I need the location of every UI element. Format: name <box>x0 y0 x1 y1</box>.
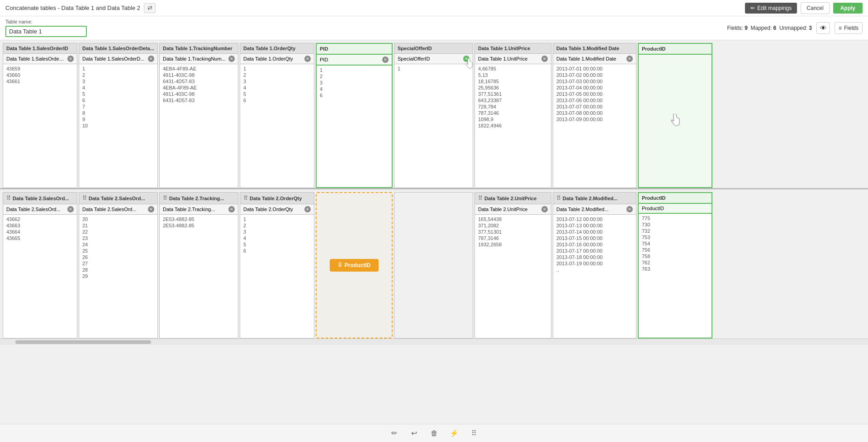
col-subheader: Data Table 1.SalesOrderD... ✕ <box>79 54 158 64</box>
swap-button[interactable]: ⇄ <box>144 3 156 13</box>
col-header: ⠿ Data Table 2.Modified... <box>553 192 636 204</box>
close-icon[interactable]: ✕ <box>382 56 389 63</box>
close-icon[interactable]: ✕ <box>67 206 74 212</box>
col-salesorderid-bottom: ⠿ Data Table 2.SalesOrd... Data Table 2.… <box>3 192 77 339</box>
col-subheader: Data Table 2.Modified... ✕ <box>553 204 636 215</box>
col-subheader: Data Table 2.OrderQty ✕ <box>240 204 314 215</box>
col-subheader: Data Table 1.UnitPrice ✕ <box>474 54 551 64</box>
app-wrapper: Concatenate tables - Data Table 1 and Da… <box>0 0 868 442</box>
table-name-label: Table name: <box>5 19 87 24</box>
top-bar-left: Concatenate tables - Data Table 1 and Da… <box>5 3 156 13</box>
pencil-icon: ✏ <box>750 5 755 11</box>
delete-toolbar-icon[interactable]: 🗑 <box>428 427 441 440</box>
col-header: Data Table 1.TrackingNumber <box>159 43 238 54</box>
col-unitprice-top: Data Table 1.UnitPrice Data Table 1.Unit… <box>474 43 551 188</box>
drag-dots-icon: ⠿ <box>478 195 483 202</box>
col-productid-empty <box>638 55 712 188</box>
drag-badge-icon: ⠿ <box>338 262 342 268</box>
grid-toolbar-icon[interactable]: ⠿ <box>468 427 480 440</box>
close-icon[interactable]: ✕ <box>228 206 235 212</box>
close-icon[interactable]: ✕ <box>541 56 548 62</box>
col-pid-header: PID <box>316 43 393 55</box>
top-bar: Concatenate tables - Data Table 1 and Da… <box>0 0 868 16</box>
col-productid-dropzone[interactable]: ⠿ ProductID <box>316 192 393 339</box>
hand-cursor-productid-icon <box>669 114 681 128</box>
col-salesorderdetail-top: Data Table 1.SalesOrderDeta... Data Tabl… <box>79 43 158 188</box>
top-columns-group: Data Table 1.SalesOrderID Data Table 1.S… <box>0 40 868 189</box>
col-header: ⠿ Data Table 2.UnitPrice <box>474 192 551 204</box>
col-productid-bottom-subheader: ProductID <box>638 204 712 214</box>
col-header: Data Table 1.OrderQty <box>240 43 314 54</box>
col-data: 4EB4-4F89-AE 4911-403C-98 6431-4D57-83 4… <box>159 64 238 188</box>
col-header: Data Table 1.SalesOrderDeta... <box>79 43 158 54</box>
col-salesorderdetail-bottom: ⠿ Data Table 2.SalesOrd... Data Table 2.… <box>79 192 158 339</box>
drag-dots-icon: ⠿ <box>163 195 167 202</box>
col-data: 2013-07-12 00:00:00 2013-07-13 00:00:00 … <box>553 215 636 339</box>
action-toolbar-icon[interactable]: ⚡ <box>448 427 460 440</box>
fields-info: Fields: 9 Mapped: 6 Unmapped: 3 👁 ≡ Fiel… <box>727 22 863 34</box>
apply-button[interactable]: Apply <box>833 3 863 14</box>
scroll-thumb[interactable] <box>15 340 151 344</box>
table-name-input[interactable] <box>5 26 87 37</box>
fields-count: Fields: 9 Mapped: 6 Unmapped: 3 <box>727 25 812 31</box>
list-icon: ≡ <box>839 25 842 31</box>
col-data: 20 21 22 23 24 25 26 27 28 29 <box>79 215 158 339</box>
col-header: Data Table 1.SalesOrderID <box>3 43 77 54</box>
close-icon[interactable]: ✕ <box>304 56 311 62</box>
page-title: Concatenate tables - Data Table 1 and Da… <box>5 5 140 11</box>
col-tracking-bottom: ⠿ Data Table 2.Tracking... Data Table 2.… <box>159 192 238 339</box>
col-productid-top: ProductID <box>638 43 712 188</box>
close-icon[interactable]: ✕ <box>541 206 548 212</box>
col-empty <box>394 192 473 339</box>
col-modifieddate-top: Data Table 1.Modified Date Data Table 1.… <box>553 43 636 188</box>
close-icon[interactable]: ✕ <box>67 56 74 62</box>
drag-dots-icon: ⠿ <box>6 195 11 202</box>
close-icon-green[interactable]: ✕ <box>463 56 470 62</box>
col-unitprice-bottom: ⠿ Data Table 2.UnitPrice Data Table 2.Un… <box>474 192 551 339</box>
col-subheader: Data Table 1.SalesOrderID ✕ <box>3 54 77 64</box>
col-subheader: Data Table 2.SalesOrd... ✕ <box>3 204 77 215</box>
col-pid-top: PID PID ✕ 1 2 3 4 6 <box>316 43 393 188</box>
drag-dots-icon: ⠿ <box>556 195 561 202</box>
col-specialofferid-bottom <box>394 192 473 339</box>
col-data: 4,66785 5,13 18,16785 25,95636 377,51361… <box>474 64 551 188</box>
col-subheader: Data Table 2.SalesOrd... ✕ <box>79 204 158 215</box>
col-orderqty-bottom: ⠿ Data Table 2.OrderQty Data Table 2.Ord… <box>240 192 314 339</box>
close-icon[interactable]: ✕ <box>228 56 235 62</box>
close-with-cursor: ✕ <box>461 56 470 62</box>
col-subheader: Data Table 2.UnitPrice ✕ <box>474 204 551 215</box>
close-icon[interactable]: ✕ <box>304 206 311 212</box>
col-header: ⠿ Data Table 2.OrderQty <box>240 192 314 204</box>
edit-toolbar-icon[interactable]: ✏ <box>388 427 401 440</box>
col-subheader: Data Table 2.Tracking... ✕ <box>159 204 238 215</box>
horizontal-scrollbar[interactable] <box>0 339 868 345</box>
col-subheader: Data Table 1.TrackingNum... ✕ <box>159 54 238 64</box>
close-icon[interactable]: ✕ <box>626 206 633 212</box>
col-header: ⠿ Data Table 2.SalesOrd... <box>79 192 158 204</box>
col-header: ⠿ Data Table 2.SalesOrd... <box>3 192 77 204</box>
col-header: ⠿ Data Table 2.Tracking... <box>159 192 238 204</box>
close-icon[interactable]: ✕ <box>626 56 633 62</box>
col-header: Data Table 1.Modified Date <box>553 43 636 54</box>
col-data: 43662 43663 43664 43665 <box>3 215 77 339</box>
bottom-columns-group: ⠿ Data Table 2.SalesOrd... Data Table 2.… <box>0 189 868 339</box>
col-salesorderid-top: Data Table 1.SalesOrderID Data Table 1.S… <box>3 43 77 188</box>
cancel-button[interactable]: Cancel <box>801 2 829 14</box>
drag-dots-icon: ⠿ <box>243 195 248 202</box>
top-bar-right: ✏ Edit mappings Cancel Apply <box>745 2 863 14</box>
col-pid-data: 1 2 3 4 6 <box>316 66 393 188</box>
col-productid-bottom-data: 775 730 732 753 754 756 758 762 763 <box>638 214 712 339</box>
undo-toolbar-icon[interactable]: ↩ <box>408 427 421 440</box>
col-data: 2013-07-01 00:00:00 2013-07-02 00:00:00 … <box>553 64 636 188</box>
col-data: 2E53-4882-85 2E53-4882-85 <box>159 215 238 339</box>
close-icon[interactable]: ✕ <box>148 56 154 62</box>
col-data: 1 2 3 4 5 6 <box>240 64 314 188</box>
col-specialofferid-subheader: SpecialOfferID ✕ <box>394 54 473 64</box>
table-name-row: Table name: Fields: 9 Mapped: 6 Unmapped… <box>0 16 868 40</box>
visibility-button[interactable]: 👁 <box>816 22 830 34</box>
close-icon[interactable]: ✕ <box>148 206 154 212</box>
drop-zone[interactable]: ⠿ ProductID <box>316 192 393 339</box>
col-data: 43659 43660 43661 <box>3 64 77 188</box>
fields-button[interactable]: ≡ Fields <box>835 22 863 34</box>
edit-mappings-button[interactable]: ✏ Edit mappings <box>745 3 797 14</box>
